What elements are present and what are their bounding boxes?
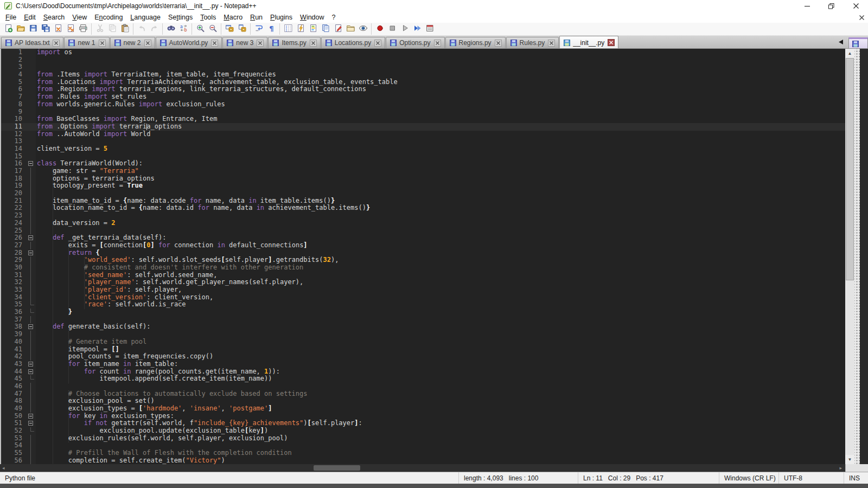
code-line[interactable]: 36 } — [1, 309, 845, 316]
replace-button[interactable]: ab — [177, 23, 190, 35]
menu-item-help[interactable]: ? — [328, 12, 340, 22]
menu-item-view[interactable]: View — [68, 12, 91, 22]
code-line[interactable]: 52 exclusion_pool.update(exclusion_table… — [1, 427, 845, 435]
code-line[interactable]: 12from ..AutoWorld import World — [1, 131, 845, 138]
code-line[interactable]: 4from .Items import TerrariaItem, item_t… — [1, 71, 845, 79]
code-line[interactable]: 29 'world_seed': self.world.slot_seeds[s… — [1, 256, 845, 264]
fold-toggle[interactable] — [26, 368, 36, 376]
code-line[interactable]: 1import os — [1, 49, 845, 56]
code-line[interactable]: 51 if not getattr(self.world, f"include_… — [1, 420, 845, 427]
vertical-scrollbar-thumb[interactable] — [846, 58, 854, 280]
show-all-chars-button[interactable]: ¶ — [265, 23, 278, 35]
edit-pen-button[interactable] — [332, 23, 344, 35]
save-macro-button[interactable] — [424, 23, 436, 35]
code-editor[interactable]: 1import os234from .Items import Terraria… — [0, 49, 845, 464]
doc-list-button[interactable] — [320, 23, 332, 35]
tab-close-icon[interactable] — [257, 40, 264, 47]
horizontal-scrollbar-thumb[interactable] — [314, 465, 360, 471]
menu-item-plugins[interactable]: Plugins — [266, 12, 296, 22]
code-line[interactable]: 47 # Choose locations to automatically e… — [1, 390, 845, 398]
code-line[interactable]: 42 pool_counts = item_frequencies.copy() — [1, 353, 845, 361]
code-line[interactable]: 7from .Rules import set_rules — [1, 93, 845, 101]
fold-toggle[interactable] — [26, 249, 36, 257]
code-line[interactable]: 46 — [1, 383, 845, 390]
tab-close-icon[interactable] — [434, 40, 441, 47]
code-line[interactable]: 23 — [1, 212, 845, 220]
sync-v-button[interactable] — [224, 23, 236, 35]
restore-button[interactable] — [819, 0, 844, 12]
code-line[interactable]: 55 # Prefill the Wall of Flesh with the … — [1, 450, 845, 457]
tab-close-icon[interactable] — [608, 39, 615, 46]
tab-partial[interactable] — [848, 37, 868, 49]
tab-close-icon[interactable] — [53, 40, 60, 47]
code-line[interactable]: 44 for count in range(pool_counts.get(it… — [1, 368, 845, 376]
function-list-button[interactable] — [295, 23, 307, 35]
code-line[interactable]: 14client_version = 5 — [1, 145, 845, 153]
tab-close-icon[interactable] — [310, 40, 317, 47]
indent-guide-button[interactable] — [282, 23, 295, 35]
menu-item-edit[interactable]: Edit — [20, 12, 40, 22]
code-line[interactable]: 43 for item_name in item_table: — [1, 361, 845, 368]
code-line[interactable]: 10from BaseClasses import Region, Entran… — [1, 115, 845, 123]
code-line[interactable]: 19 topology_present = True — [1, 182, 845, 190]
horizontal-scrollbar[interactable]: ◂ ▸ — [0, 464, 868, 472]
menu-item-tools[interactable]: Tools — [196, 12, 220, 22]
close-button[interactable] — [52, 23, 65, 35]
code-line[interactable]: 32 'player_name': self.world.get_player_… — [1, 279, 845, 286]
save-all-button[interactable] — [40, 23, 52, 35]
save-button[interactable] — [27, 23, 40, 35]
tab-locations-py[interactable]: Locations.py — [321, 37, 385, 48]
doc-map-button[interactable] — [307, 23, 320, 35]
code-line[interactable]: 27 exits = [connection[0] for connection… — [1, 242, 845, 249]
code-line[interactable]: 30 # consistent and doesn't interfere wi… — [1, 264, 845, 272]
code-line[interactable]: 5from .Locations import TerrariaAchievem… — [1, 79, 845, 86]
scroll-down-icon[interactable]: ▼ — [845, 455, 854, 464]
copy-button[interactable] — [106, 23, 119, 35]
code-line[interactable]: 53 exclusion_rules(self.world, self.play… — [1, 435, 845, 442]
menu-item-search[interactable]: Search — [40, 12, 69, 22]
close-all-button[interactable] — [65, 23, 77, 35]
code-line[interactable]: 22 location_name_to_id = {name: data.id … — [1, 204, 845, 212]
vertical-scrollbar[interactable]: ▲ ▼ — [845, 49, 854, 464]
minimize-button[interactable] — [795, 0, 819, 12]
code-line[interactable]: 16class TerrariaWorld(World): — [1, 160, 845, 168]
multi-play-macro-button[interactable] — [411, 23, 424, 35]
find-button[interactable] — [165, 23, 177, 35]
menu-item-window[interactable]: Window — [296, 12, 328, 22]
fold-toggle[interactable] — [26, 323, 36, 331]
code-line[interactable]: 48 exclusion_pool = set() — [1, 397, 845, 405]
folder-workspace-button[interactable] — [344, 23, 357, 35]
tab-autoworld-py[interactable]: AutoWorld.py — [156, 37, 222, 48]
code-line[interactable]: 26 def _get_terraria_data(self): — [1, 234, 845, 242]
code-line[interactable]: 28 return { — [1, 249, 845, 257]
tab-ap-ideas-txt[interactable]: AP Ideas.txt — [1, 37, 63, 48]
code-line[interactable]: 45 itempool.append(self.create_item(item… — [1, 375, 845, 383]
menu-item-language[interactable]: Language — [126, 12, 164, 22]
menu-item-settings[interactable]: Settings — [164, 12, 196, 22]
code-line[interactable]: 33 'player_id': self.player, — [1, 286, 845, 294]
undo-button[interactable] — [136, 23, 148, 35]
fold-toggle[interactable] — [26, 413, 36, 420]
play-macro-button[interactable] — [399, 23, 411, 35]
status-eol[interactable]: Windows (CR LF) — [719, 472, 778, 484]
code-line[interactable]: 21 item_name_to_id = {name: data.code fo… — [1, 197, 845, 205]
menu-item-run[interactable]: Run — [246, 12, 266, 22]
menu-item-file[interactable]: File — [2, 12, 20, 22]
tab-close-icon[interactable] — [548, 40, 555, 47]
zoom-out-button[interactable] — [207, 23, 219, 35]
code-line[interactable]: 3 — [1, 63, 845, 71]
code-line[interactable]: 50 for key in exclusion_types: — [1, 413, 845, 420]
scroll-right-icon[interactable]: ▸ — [839, 464, 842, 472]
code-line[interactable]: 49 exclusion_types = ['hardmode', 'insan… — [1, 405, 845, 413]
tab-new-3[interactable]: new 3 — [222, 37, 267, 48]
tab-close-icon[interactable] — [211, 40, 218, 47]
menu-item-macro[interactable]: Macro — [220, 12, 246, 22]
tab-new-2[interactable]: new 2 — [110, 37, 155, 48]
open-file-button[interactable] — [15, 23, 27, 35]
close-button[interactable] — [844, 0, 868, 12]
tab-close-icon[interactable] — [495, 40, 502, 47]
tab-init-py[interactable]: __init__.py — [559, 36, 618, 48]
code-line[interactable]: 38 def generate_basic(self): — [1, 323, 845, 331]
sync-h-button[interactable] — [236, 23, 248, 35]
code-line[interactable]: 13 — [1, 138, 845, 145]
